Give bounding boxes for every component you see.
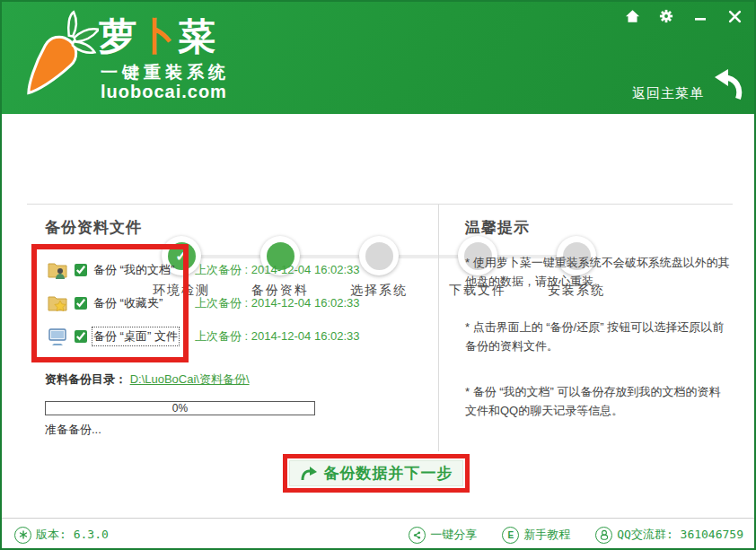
backup-row-favorites: 备份 “收藏夹”	[47, 290, 163, 317]
step-dot	[365, 242, 393, 270]
brand-char-1: 萝	[99, 15, 138, 57]
return-main-menu-label: 返回主菜单	[632, 85, 704, 102]
desktop-icon	[47, 326, 68, 347]
app-window: 萝卜菜 一键重装系统 luobocai.com 返回主菜单 ✓ 环境检测 备份资…	[0, 0, 756, 550]
footer-divider	[2, 518, 754, 519]
backup-my-documents-checkbox[interactable]	[75, 264, 87, 276]
home-button[interactable]	[621, 7, 643, 25]
qq-penguin-icon	[595, 527, 612, 544]
backup-desktop-label: 备份 “桌面” 文件	[93, 328, 178, 345]
backup-dir-link[interactable]: D:\LuoBoCai\资料备份\	[130, 372, 250, 386]
last-backup-time-3: 上次备份 : 2014-12-04 16:02:33	[195, 323, 360, 350]
header: 萝卜菜 一键重装系统 luobocai.com 返回主菜单	[2, 2, 754, 114]
home-icon	[625, 9, 640, 23]
qq-group-link[interactable]: QQ交流群: 361046759	[595, 527, 743, 544]
steps-bar: ✓ 环境检测 备份资料 选择系统 下载文件 安装系统	[2, 114, 754, 204]
backup-next-button[interactable]: 备份数据并下一步	[289, 460, 463, 486]
version-icon	[14, 527, 31, 544]
backup-desktop-checkbox[interactable]	[75, 330, 87, 343]
backup-dir-label: 资料备份目录：	[45, 372, 127, 386]
qq-group-label: QQ交流群: 361046759	[617, 527, 743, 543]
brand-domain: luobocai.com	[101, 82, 227, 102]
tutorial-label: 新手教程	[523, 527, 570, 543]
share-icon	[409, 527, 426, 544]
backup-status-text: 准备备份...	[45, 422, 101, 438]
return-main-menu-button[interactable]: 返回主菜单	[632, 66, 743, 106]
footer-links: 一键分享 E 新手教程 QQ交流群: 361046759	[409, 527, 743, 544]
panel-divider	[438, 204, 439, 451]
backup-favorites-label: 备份 “收藏夹”	[93, 295, 163, 311]
brand-char-carrot: 卜	[138, 15, 178, 57]
tip-item-3: * 备份 “我的文档” 可以备份存放到我的文档的资料文件和QQ的聊天记录等信息。	[465, 382, 731, 421]
carrot-logo	[13, 9, 99, 111]
last-backup-time-1: 上次备份 : 2014-12-04 16:02:33	[195, 257, 360, 284]
tips-body: * 使用萝卜菜一键重装系统不会破坏系统盘以外的其他盘的数据，请放心重装。 * 点…	[465, 253, 731, 447]
brand-char-3: 菜	[178, 15, 217, 57]
footer: 版本: 6.3.0 一键分享 E 新手教程 QQ交流群: 361046759	[14, 524, 743, 546]
annotation-rect-next-button: 备份数据并下一步	[283, 454, 470, 493]
next-arrow-icon	[300, 466, 318, 482]
tip-item-1: * 使用萝卜菜一键重装系统不会破坏系统盘以外的其他盘的数据，请放心重装。	[465, 253, 731, 292]
folder-user-icon	[47, 259, 68, 281]
share-button[interactable]: 一键分享	[409, 527, 477, 544]
backup-favorites-checkbox[interactable]	[75, 297, 87, 310]
tutorial-button[interactable]: E 新手教程	[502, 527, 570, 544]
return-arrow-icon	[704, 66, 743, 106]
close-icon	[728, 10, 742, 23]
tutorial-icon: E	[502, 527, 519, 544]
backup-my-documents-label: 备份 “我的文档”	[93, 262, 174, 278]
backup-row-my-documents: 备份 “我的文档”	[47, 257, 174, 284]
minimize-icon	[694, 10, 707, 22]
step-circle	[359, 236, 399, 275]
tip-item-2: * 点击界面上的 “备份/还原” 按钮可以选择还原以前备份的资料文件。	[465, 318, 731, 356]
tips-heading: 温馨提示	[465, 217, 530, 238]
backup-next-label: 备份数据并下一步	[324, 463, 453, 484]
backup-progress-bar: 0%	[45, 401, 315, 415]
content-top-divider	[27, 204, 733, 205]
last-backup-time-2: 上次备份 : 2014-12-04 16:02:33	[195, 290, 360, 317]
backup-dir-line: 资料备份目录： D:\LuoBoCai\资料备份\	[45, 371, 250, 388]
settings-button[interactable]	[655, 7, 677, 25]
folder-star-icon	[47, 292, 68, 314]
brand-title: 萝卜菜	[99, 16, 217, 57]
version-info: 版本: 6.3.0	[14, 527, 109, 544]
backup-row-desktop: 备份 “桌面” 文件	[47, 323, 178, 350]
gear-icon	[659, 9, 673, 23]
minimize-button[interactable]	[690, 7, 711, 25]
version-label: 版本: 6.3.0	[36, 527, 109, 543]
close-button[interactable]	[724, 7, 745, 25]
share-label: 一键分享	[430, 527, 477, 543]
backup-heading: 备份资料文件	[45, 217, 142, 238]
titlebar	[621, 7, 745, 25]
